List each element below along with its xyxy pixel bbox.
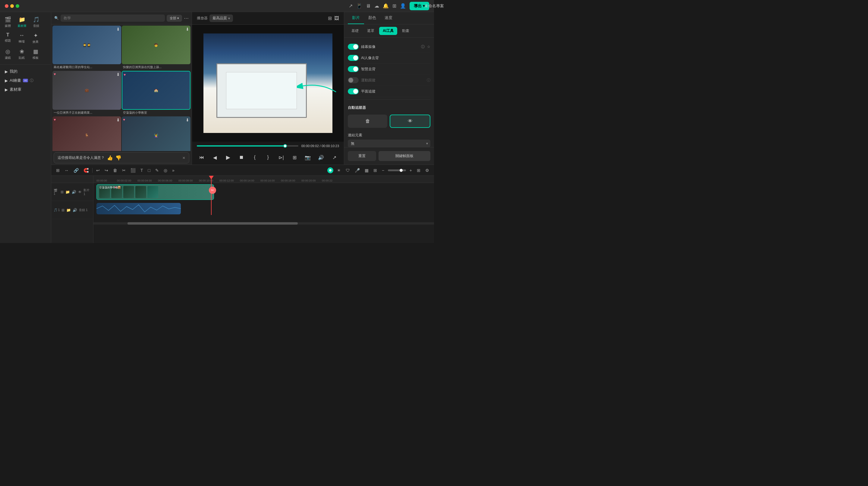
thumbup-button[interactable]: 👍 bbox=[107, 155, 113, 161]
adjustment-button[interactable]: ☀ bbox=[336, 167, 342, 173]
heart-icon-5[interactable]: ♥ bbox=[54, 118, 56, 122]
extra1-button[interactable]: ⊳| bbox=[276, 153, 286, 162]
grid-icon[interactable]: ⊞ bbox=[393, 3, 396, 9]
heart-icon-4[interactable]: ♥ bbox=[124, 73, 126, 77]
thumbdown-button[interactable]: 👎 bbox=[116, 155, 121, 161]
video-track-add-icon[interactable]: ⊞ bbox=[61, 190, 64, 194]
mark-in-button[interactable]: { bbox=[250, 153, 259, 162]
pen-button[interactable]: ✎ bbox=[154, 167, 160, 173]
reset-button[interactable]: 重置 bbox=[348, 151, 376, 161]
green-screen-info-icon[interactable]: ⓘ bbox=[421, 44, 425, 50]
tab-video[interactable]: 影片 bbox=[348, 12, 364, 24]
download-icon-6[interactable]: ⬇ bbox=[186, 118, 189, 122]
sidebar-tool-template[interactable]: ▦ 模板 bbox=[29, 47, 42, 62]
shield-button[interactable]: 🛡 bbox=[344, 167, 351, 173]
overlay-button[interactable]: ▦ bbox=[364, 167, 370, 173]
media-item-2[interactable]: 🧒 ⬇ bbox=[122, 26, 190, 64]
frame-back-button[interactable]: ◀ bbox=[210, 153, 220, 162]
pip-button[interactable]: ⊞ bbox=[372, 167, 378, 173]
link-button[interactable]: 🔗 bbox=[72, 167, 80, 173]
sidebar-tool-library[interactable]: 📁 素材庫 bbox=[15, 14, 29, 30]
video-track-volume-icon[interactable]: 🔊 bbox=[72, 190, 76, 194]
download-icon-5[interactable]: ⬇ bbox=[116, 118, 120, 122]
heart-icon-3[interactable]: ♥ bbox=[54, 72, 56, 76]
user-avatar[interactable]: 👤 bbox=[400, 3, 406, 9]
tracker-eye-button[interactable]: 👁 bbox=[390, 115, 430, 128]
snapshot-button[interactable]: 📷 bbox=[303, 153, 313, 162]
text-button[interactable]: T bbox=[139, 167, 144, 173]
snap-button[interactable]: ↔ bbox=[63, 167, 70, 173]
tracker-delete-button[interactable]: 🗑 bbox=[348, 115, 387, 128]
extra2-button[interactable]: ⊞ bbox=[290, 153, 299, 162]
close-dot[interactable] bbox=[5, 4, 8, 8]
filter-button[interactable]: 全部 ▾ bbox=[167, 15, 182, 22]
timeline-scrollbar[interactable] bbox=[93, 222, 434, 224]
motion-track-info-icon[interactable]: ⓘ bbox=[427, 78, 430, 83]
subtab-mask[interactable]: 遮罩 bbox=[364, 27, 378, 35]
subtab-animation[interactable]: 動畫 bbox=[398, 27, 413, 35]
redo-button[interactable]: ↪ bbox=[103, 167, 110, 173]
download-icon-1[interactable]: ⬇ bbox=[116, 27, 120, 32]
heart-icon-6[interactable]: ♥ bbox=[123, 118, 125, 122]
sidebar-item-my[interactable]: ▶ 我的 bbox=[2, 67, 49, 76]
bell-icon[interactable]: 🔔 bbox=[383, 3, 389, 9]
minimize-dot[interactable] bbox=[10, 4, 14, 8]
plane-track-toggle[interactable] bbox=[348, 88, 359, 94]
magnet-button[interactable]: 🧲 bbox=[82, 167, 90, 173]
crop-button[interactable]: ⬛ bbox=[129, 167, 137, 173]
green-screen-toggle[interactable] bbox=[348, 44, 359, 50]
undo-button[interactable]: ↩ bbox=[95, 167, 101, 173]
minus-button[interactable]: − bbox=[381, 167, 385, 173]
sidebar-tool-media[interactable]: 🎬 媒體 bbox=[1, 14, 14, 30]
sidebar-tool-audio[interactable]: 🎵 音頻 bbox=[30, 14, 43, 30]
quality-selector[interactable]: 最高品質 ▾ bbox=[210, 14, 233, 22]
monitor-icon[interactable]: 🖥 bbox=[366, 3, 371, 9]
sidebar-tool-filter[interactable]: ◎ 濾鏡 bbox=[1, 47, 14, 62]
settings-button[interactable]: ⚙ bbox=[424, 167, 430, 173]
record-button[interactable] bbox=[327, 167, 333, 173]
sidebar-tool-transition[interactable]: ↔ 轉場 bbox=[15, 30, 28, 46]
zoom-slider[interactable] bbox=[388, 170, 406, 171]
audio-track-volume-icon[interactable]: 🔊 bbox=[73, 208, 77, 212]
media-item-5[interactable]: 🪑 ♥ ⬇ bbox=[53, 116, 121, 151]
mic-button[interactable]: 🎤 bbox=[353, 167, 361, 173]
sidebar-item-ai-draw[interactable]: ▶ AI繪畫 AI ⓘ bbox=[2, 76, 49, 85]
send-icon[interactable]: ↗ bbox=[349, 3, 352, 9]
sidebar-item-library[interactable]: ▶ 素材庫 bbox=[2, 85, 49, 94]
grid-view-button[interactable]: ⊞ bbox=[328, 16, 332, 21]
more-icon[interactable]: ⋯ bbox=[184, 16, 189, 21]
skip-back-button[interactable]: ⏮ bbox=[197, 153, 207, 162]
more-tools-button[interactable]: » bbox=[171, 167, 176, 173]
subtab-basic[interactable]: 基礎 bbox=[348, 27, 362, 35]
stop-button[interactable]: ⏹ bbox=[237, 153, 246, 162]
video-track-clip[interactable]: 空蕩蕩的學學教室 ♥ 📦 bbox=[96, 184, 214, 200]
sidebar-tool-sticker[interactable]: ❀ 貼紙 bbox=[15, 47, 28, 62]
shape-button[interactable]: □ bbox=[147, 167, 152, 173]
play-button[interactable]: ▶ bbox=[223, 153, 233, 162]
ai-portrait-toggle[interactable] bbox=[348, 55, 359, 61]
volume-button[interactable]: 🔊 bbox=[316, 153, 326, 162]
cloud-icon[interactable]: ☁ bbox=[374, 3, 379, 9]
fullscreen-button[interactable]: ↗ bbox=[330, 153, 339, 162]
download-icon-3[interactable]: ⬇ bbox=[116, 72, 120, 77]
media-item-6[interactable]: 👩‍🏫 ♥ ⬇ bbox=[122, 116, 190, 151]
subtab-ai-tools[interactable]: AI工具 bbox=[379, 27, 397, 35]
video-track-folder-icon[interactable]: 📁 bbox=[65, 190, 70, 194]
sidebar-tool-effect[interactable]: ✦ 效果 bbox=[29, 30, 42, 46]
audio-track-folder-icon[interactable]: 📁 bbox=[66, 208, 71, 212]
media-item-4[interactable]: 🏫 ♥ bbox=[122, 71, 190, 110]
connect-select[interactable]: 無 bbox=[348, 140, 430, 147]
devices-icon[interactable]: 📱 bbox=[356, 3, 362, 9]
image-view-button[interactable]: 🖼 bbox=[334, 16, 339, 21]
add-track-button[interactable]: ⊞ bbox=[55, 167, 61, 173]
circle-button[interactable]: ◎ bbox=[162, 167, 168, 173]
progress-track[interactable] bbox=[197, 145, 299, 147]
audio-track-add-icon[interactable]: ⊞ bbox=[61, 208, 64, 212]
tab-speed[interactable]: 速度 bbox=[380, 12, 397, 24]
search-input[interactable] bbox=[61, 14, 165, 22]
split-button[interactable]: ✂ bbox=[121, 167, 127, 173]
delete-button[interactable]: 🗑 bbox=[112, 167, 119, 173]
keyframe-button[interactable]: 關鍵幀面板 bbox=[378, 151, 430, 161]
video-track-eye-icon[interactable]: 👁 bbox=[78, 190, 82, 194]
layout-button[interactable]: ⊞ bbox=[415, 167, 422, 173]
